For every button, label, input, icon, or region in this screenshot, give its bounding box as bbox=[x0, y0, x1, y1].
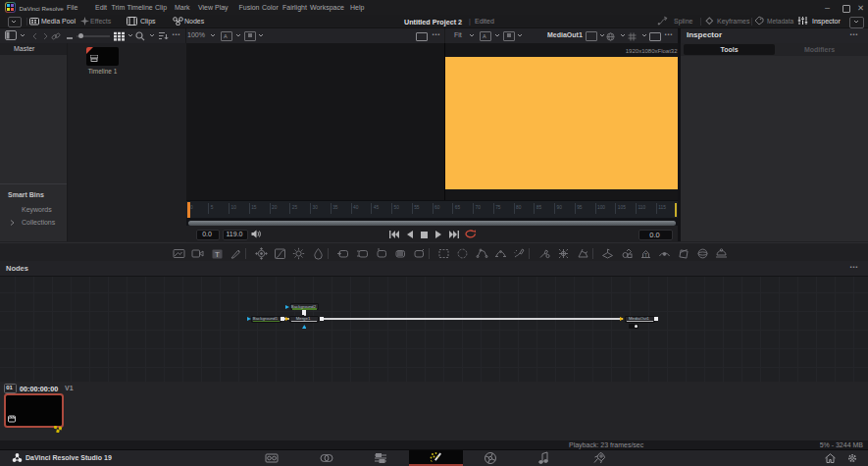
svg-text:T: T bbox=[644, 251, 648, 257]
svg-text:T: T bbox=[215, 250, 220, 259]
